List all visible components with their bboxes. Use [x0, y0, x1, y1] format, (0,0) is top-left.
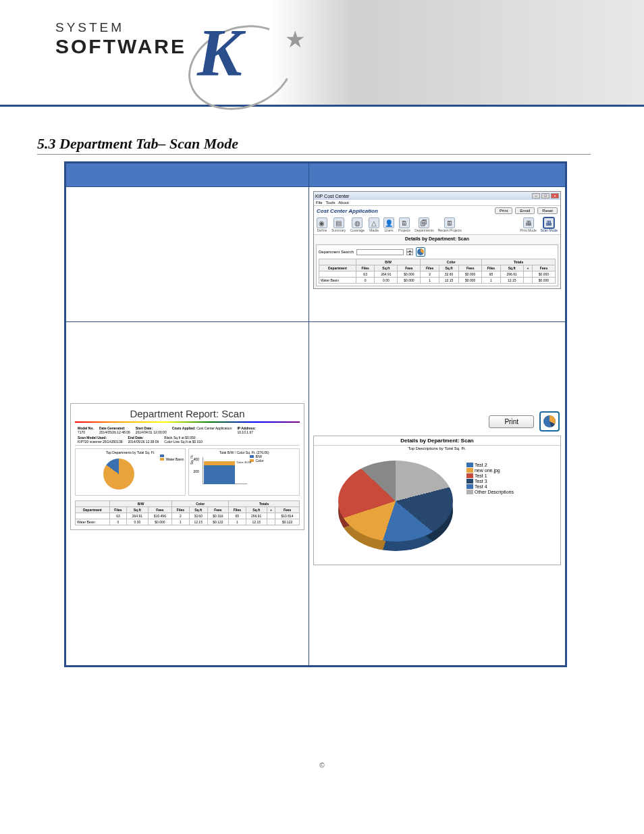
detail-chart-panel: Details by Department: Scan Top Descript…: [313, 436, 561, 565]
logo: ★ K SYSTEM SOFTWARE: [55, 20, 186, 58]
content-table: KIP Cost Center – □ × File Tools About: [64, 161, 567, 667]
toolbar-recent-projects[interactable]: 🗏Recent Projects: [438, 217, 462, 232]
section-heading: 5.3 Department Tab– Scan Mode: [37, 135, 591, 155]
print-button[interactable]: Print: [495, 207, 512, 214]
print-button-large[interactable]: Print: [489, 415, 534, 428]
detail-panel-title: Details by Department: Scan: [314, 436, 560, 446]
close-icon[interactable]: ×: [551, 193, 559, 199]
big-pie-chart: [338, 461, 453, 555]
minimize-icon[interactable]: –: [532, 193, 540, 199]
toolbar-departments[interactable]: 🗐Departments: [414, 217, 434, 232]
report-grid: B/W Color Totals Department Files Sq.ft …: [75, 500, 300, 525]
table-row: 63264.91$10.496 232.60$0.316 65296.91$10…: [76, 513, 300, 519]
table-row: Water Basin 00.00$0.000 112.15$0.122 112…: [76, 519, 300, 525]
detail-panel-subtitle: Top Descriptions by Total Sq. Ft.: [314, 446, 560, 451]
logo-software-text: SOFTWARE: [55, 35, 186, 58]
table-row: Water Basin 0 0.00 $0.000 1 12.15 $0.000…: [319, 278, 555, 284]
menu-tools[interactable]: Tools: [326, 201, 336, 205]
chevron-down-icon[interactable]: ▾: [406, 252, 413, 255]
users-icon: 👤: [383, 217, 394, 228]
department-grid: B/W Color Totals Department Files Sq.ft …: [319, 259, 556, 284]
department-report: Department Report: Scan Model No.7170 Da…: [70, 403, 304, 530]
table-row: 63 264.91 $0.000 2 32.60 $0.000 65 296.9…: [319, 271, 555, 278]
toolbar: ◉Define ▤Summary ◍Coverage △Media 👤Users…: [314, 215, 560, 235]
menu-file[interactable]: File: [316, 201, 323, 205]
menu-about[interactable]: About: [338, 201, 349, 205]
details-heading: Details by Department: Scan: [314, 235, 560, 242]
department-search-input[interactable]: [356, 249, 404, 255]
page-header: ★ K SYSTEM SOFTWARE: [0, 0, 644, 107]
department-search-label: Department Search: [319, 250, 354, 254]
result-stepper[interactable]: ▴▾: [406, 249, 413, 255]
toolbar-define[interactable]: ◉Define: [317, 217, 327, 232]
toolbar-projects[interactable]: 🗎Projects: [398, 217, 410, 232]
report-pie-chart: Top Departments by Total Sq. Ft. Water B…: [75, 448, 186, 496]
scan-mode-icon: 🖶: [543, 217, 554, 228]
report-meta: Model No.7170 Date Generated:2014/05/26 …: [75, 425, 300, 446]
pie-chart-icon[interactable]: [539, 411, 560, 432]
departments-icon: 🗐: [419, 217, 429, 228]
footer-copyright: ©: [0, 762, 644, 769]
maximize-icon[interactable]: □: [541, 193, 549, 199]
chart-toggle-icon[interactable]: [416, 247, 425, 257]
toolbar-coverage[interactable]: ◍Coverage: [350, 217, 365, 232]
toolbar-users[interactable]: 👤Users: [383, 217, 394, 232]
summary-icon: ▤: [333, 217, 344, 228]
window-title: KIP Cost Center: [315, 194, 349, 199]
email-button[interactable]: Email: [515, 207, 535, 214]
toolbar-media[interactable]: △Media: [369, 217, 379, 232]
report-bar-chart: Total B/W / Color Sq. Ft. (276.06) 400 2…: [188, 448, 299, 496]
menubar[interactable]: File Tools About: [314, 200, 560, 206]
reset-button[interactable]: Reset: [537, 207, 558, 214]
logo-system-text: SYSTEM: [55, 20, 186, 35]
define-icon: ◉: [317, 217, 327, 228]
star-icon: ★: [285, 26, 305, 53]
print-mode-icon: 🖶: [523, 217, 534, 228]
bw-bar: B/W: 236.13: [204, 465, 235, 484]
app-window: KIP Cost Center – □ × File Tools About: [313, 191, 561, 289]
toolbar-summary[interactable]: ▤Summary: [331, 217, 346, 232]
recent-icon: 🗏: [444, 217, 455, 228]
coverage-icon: ◍: [352, 217, 363, 228]
big-pie-legend: Test 2 new one.jpg Test 1 Test 3 Test 4 …: [466, 462, 514, 495]
media-icon: △: [369, 217, 379, 228]
logo-k: K: [197, 14, 242, 91]
report-title: Department Report: Scan: [75, 408, 300, 423]
app-title: Cost Center Application: [317, 208, 378, 214]
window-titlebar: KIP Cost Center – □ ×: [314, 192, 560, 200]
toolbar-print-mode[interactable]: 🖶Print Mode: [520, 217, 537, 232]
toolbar-scan-mode[interactable]: 🖶Scan Mode: [541, 217, 558, 232]
projects-icon: 🗎: [399, 217, 410, 228]
